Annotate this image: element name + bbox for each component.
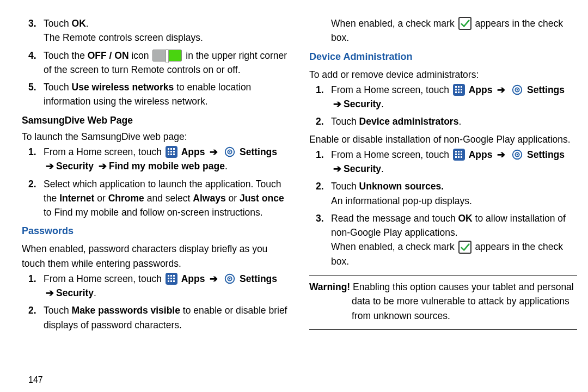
arrow-icon: ➔ [331, 99, 344, 109]
text-bold: OK [72, 18, 86, 29]
arrow-icon: ➔ [44, 161, 56, 171]
text: To launch the SamsungDive web page: [22, 130, 290, 144]
svg-rect-41 [461, 154, 462, 155]
settings-label: Settings [527, 84, 565, 95]
text-bold: OFF / ON [88, 50, 129, 61]
svg-rect-17 [173, 278, 175, 279]
text: When enabled, a check mark [331, 18, 457, 29]
settings-icon [511, 149, 523, 161]
text: Touch [44, 305, 72, 316]
step-1: From a Home screen, touch Apps ➔ Setting… [22, 272, 290, 301]
text: Enabling this option causes your tablet … [352, 281, 574, 321]
apps-label: Apps [469, 84, 493, 95]
text: Touch the [44, 50, 88, 61]
heading-samsungdive: SamsungDive Web Page [22, 113, 290, 127]
svg-rect-14 [173, 275, 175, 277]
step-4: Touch the OFF / ON icon in the upper rig… [22, 48, 290, 77]
arrow-icon: ➔ [207, 146, 220, 157]
svg-rect-28 [458, 89, 460, 90]
settings-icon [224, 146, 236, 158]
svg-rect-42 [455, 156, 457, 158]
step-2: Select which application to launch the a… [22, 177, 290, 220]
path-security: Security [344, 99, 381, 109]
text: Touch [331, 181, 359, 192]
svg-point-47 [517, 154, 518, 156]
checkmark-icon [458, 241, 471, 254]
page-number: 147 [28, 373, 43, 387]
enable-intro: Enable or disable installation of non-Go… [309, 132, 577, 146]
step-1: From a Home screen, touch Apps ➔ Setting… [309, 83, 577, 112]
divider [309, 329, 577, 330]
text: to Find my mobile and follow on-screen i… [44, 207, 263, 218]
svg-rect-2 [173, 148, 175, 150]
remote-controls-steps: Touch OK. The Remote controls screen dis… [22, 16, 290, 109]
svg-rect-37 [458, 151, 460, 152]
path-findmobile: Find my mobile web page [109, 161, 225, 171]
svg-rect-30 [455, 91, 457, 93]
svg-rect-43 [458, 156, 460, 158]
step-1: From a Home screen, touch Apps ➔ Setting… [22, 145, 290, 174]
svg-rect-12 [168, 275, 169, 277]
svg-rect-26 [461, 86, 462, 88]
text: Read the message and touch [331, 213, 458, 224]
svg-rect-18 [168, 280, 169, 282]
arrow-icon: ➔ [495, 84, 507, 95]
svg-point-23 [229, 278, 231, 280]
text: . [458, 116, 461, 127]
text-bold: Unknown sources. [359, 181, 444, 192]
text-bold: Use wireless networks [72, 82, 174, 93]
text: Touch [44, 18, 72, 29]
passwords-steps: From a Home screen, touch Apps ➔ Setting… [22, 272, 290, 332]
text: The Remote controls screen displays. [44, 32, 203, 43]
step-3: Touch OK. The Remote controls screen dis… [22, 16, 290, 45]
apps-icon [453, 84, 465, 96]
settings-label: Settings [527, 149, 565, 160]
warning-text: Warning! Enabling this option causes you… [309, 280, 577, 323]
svg-rect-3 [168, 151, 169, 152]
right-column: When enabled, a check mark appears in th… [309, 16, 577, 387]
text: When enabled, a check mark [331, 241, 457, 252]
settings-label: Settings [240, 273, 277, 284]
text: . [94, 287, 96, 298]
settings-icon [224, 273, 236, 285]
svg-rect-31 [458, 91, 460, 93]
text: . [225, 161, 228, 171]
svg-rect-32 [461, 91, 462, 93]
svg-rect-19 [170, 280, 172, 282]
text: . [86, 18, 89, 29]
arrow-icon: ➔ [495, 149, 507, 160]
text: From a Home screen, touch [331, 84, 452, 95]
continuation-text: When enabled, a check mark appears in th… [309, 16, 577, 45]
chrome: Chrome [108, 193, 144, 204]
text: To add or remove device administrators: [309, 68, 577, 82]
svg-rect-4 [170, 151, 172, 152]
text: From a Home screen, touch [44, 273, 164, 284]
svg-rect-25 [458, 86, 460, 88]
text: An informational pop-up displays. [331, 195, 472, 206]
arrow-icon: ➔ [331, 163, 344, 174]
apps-label: Apps [181, 146, 205, 157]
svg-rect-40 [458, 154, 460, 155]
apps-label: Apps [181, 273, 205, 284]
svg-rect-0 [168, 148, 169, 150]
step-2: Touch Device administrators. [309, 114, 577, 128]
page: Touch OK. The Remote controls screen dis… [0, 0, 588, 392]
text: Touch [331, 116, 359, 127]
svg-point-11 [229, 151, 231, 153]
arrow-icon: ➔ [207, 273, 220, 284]
left-column: Touch OK. The Remote controls screen dis… [22, 16, 290, 387]
text: or [94, 193, 108, 204]
path-security: Security [56, 161, 94, 171]
always: Always [193, 193, 225, 204]
step-5: Touch Use wireless networks to enable lo… [22, 80, 290, 109]
text-bold: Make passwords visible [72, 305, 180, 316]
arrow-icon: ➔ [96, 161, 109, 171]
arrow-icon: ➔ [44, 287, 56, 298]
heading-device-admin: Device Administration [309, 50, 577, 64]
step-1: From a Home screen, touch Apps ➔ Setting… [309, 148, 577, 176]
warning-label: Warning! [309, 281, 353, 292]
unknown-sources-steps: From a Home screen, touch Apps ➔ Setting… [309, 148, 577, 268]
svg-rect-44 [461, 156, 462, 158]
toggle-icon [152, 50, 182, 62]
text: and select [144, 193, 193, 204]
